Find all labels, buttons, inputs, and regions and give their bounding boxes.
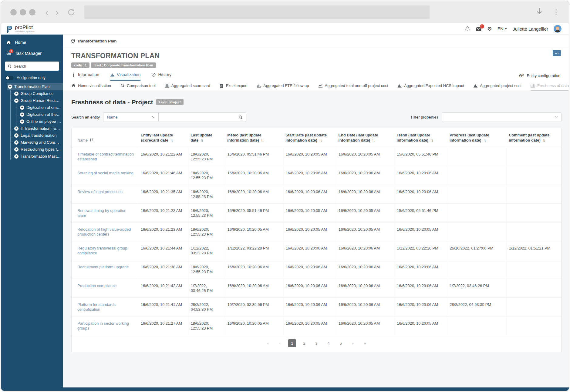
entity-link[interactable]: Timetable of contract termination establ… — [77, 152, 134, 161]
entity-search-input[interactable] — [162, 115, 238, 119]
expand-icon[interactable]: + — [20, 106, 24, 110]
subtab-aggregated-total-one-off-project-cost[interactable]: Aggregated total one-off project cost — [318, 81, 388, 91]
subtab-excel-export[interactable]: Excel export — [219, 81, 248, 91]
expand-icon[interactable]: + — [14, 140, 19, 145]
entity-link[interactable]: Review of legal processes — [77, 189, 123, 194]
entity-link[interactable]: Participation in sector working groups — [77, 321, 129, 330]
subtab-freshness-of-data-project[interactable]: Freshness of data - Project — [531, 81, 569, 91]
tree-item-it-transformation-road-to-20[interactable]: +IT transformation: road to 20... — [11, 125, 63, 132]
back-icon[interactable]: ‹ — [45, 8, 48, 17]
subtab-aggregated-fte-follow-up[interactable]: Aggregated FTE follow up — [257, 81, 309, 91]
sort-icon[interactable]: ↑↓ — [319, 138, 322, 142]
sidebar-search[interactable] — [5, 62, 59, 71]
page-1-button[interactable]: 1 — [288, 339, 296, 347]
tree-item-restructuring-types-for-firms[interactable]: +Restructuring types for firms — [11, 146, 63, 153]
expand-icon[interactable]: + — [14, 154, 19, 159]
tree-item-legal-transformation[interactable]: +Legal transformation — [11, 132, 63, 139]
entity-link[interactable]: Sourcing of social media ranking — [77, 171, 133, 175]
column-header-name[interactable]: Name — [72, 128, 138, 147]
sort-icon[interactable]: ↑↓ — [261, 138, 263, 142]
download-icon[interactable] — [536, 8, 543, 17]
tree-item-online-employee-training[interactable]: +Online employee training ... — [16, 118, 63, 125]
tab-visualization[interactable]: Visualization — [110, 72, 140, 81]
column-header-trend-last-update-information-date[interactable]: Trend (last update information date)↑↓ — [394, 128, 447, 147]
column-header-progress-last-update-information-date[interactable]: Progress (last update information date)↑… — [447, 128, 506, 147]
entity-link[interactable]: Production compliance — [77, 283, 116, 288]
subtab-aggregated-scorecard[interactable]: Aggregated scorecard — [165, 81, 210, 91]
entity-configuration-button[interactable]: ⚙⚙ Entity configuration — [519, 73, 560, 81]
search-icon[interactable] — [238, 115, 243, 119]
entity-link[interactable]: Renewal timing by operation team — [77, 208, 126, 218]
tab-history[interactable]: History — [151, 72, 171, 81]
entity-link[interactable]: Recruitment platform upgrade — [77, 265, 129, 269]
tree-item-transformation-master-plan[interactable]: +Transformation Master Plan -... — [11, 153, 63, 160]
tree-item-group-compliance[interactable]: +Group Compliance — [11, 90, 63, 97]
expand-icon[interactable]: + — [14, 92, 19, 96]
more-actions-button[interactable]: ••• — [553, 50, 561, 56]
app-logo[interactable]: proPilot — Powered by dFakto — [5, 25, 34, 33]
expand-icon[interactable]: + — [14, 126, 19, 131]
collapse-icon[interactable]: − — [8, 85, 12, 89]
subtab-aggregated-expected-ncs-impact[interactable]: Aggregated Expected NCS impact — [397, 81, 464, 91]
tree-item-marketing-and-communicati[interactable]: +Marketing and Communicati... — [11, 139, 63, 146]
messages-icon[interactable]: 1 — [476, 26, 482, 32]
assignation-toggle[interactable] — [5, 76, 14, 80]
table-row: Renewal timing by operation team16/6/202… — [72, 204, 561, 223]
collapse-icon[interactable]: − — [14, 99, 19, 103]
window-control-dot[interactable] — [20, 9, 26, 15]
entity-link[interactable]: Relocation of high value-added productio… — [77, 227, 131, 236]
tree-item-digitization-of-the-recruit[interactable]: +Digitization of the recruit... — [16, 111, 63, 118]
entity-link[interactable]: Regulatory transversal group compliance — [77, 246, 127, 255]
tree-item-digitization-of-employees[interactable]: +Digitization of employees ... — [16, 104, 63, 111]
first-page-button[interactable]: « — [264, 339, 272, 347]
browser-menu-icon[interactable]: ⋮ — [552, 8, 560, 16]
subtab-aggregated-project-cost[interactable]: Aggregated project cost — [473, 81, 521, 91]
sort-icon[interactable]: ↑↓ — [430, 138, 433, 142]
subtab-comparison-tool[interactable]: Comparison tool — [120, 81, 156, 91]
column-header-meteo-last-update-information-date[interactable]: Meteo (last update information date)↑↓ — [225, 128, 283, 147]
page-4-button[interactable]: 4 — [325, 339, 332, 347]
avatar[interactable] — [554, 25, 562, 33]
sidebar-item-task-manager[interactable]: 1 Task Manager — [1, 48, 63, 59]
column-header-comment-last-update-information-date[interactable]: Comment (last update information date)↑↓ — [506, 128, 561, 147]
entity-link[interactable]: Platform for standards centralization — [77, 302, 116, 312]
column-header-end-date-last-update-information-date[interactable]: End Date (last update information date)↑… — [336, 128, 394, 147]
column-header-entity-last-update-scorecard-date[interactable]: Entity last update scorecard date↑↓ — [138, 128, 188, 147]
expand-icon[interactable]: + — [14, 147, 19, 152]
notifications-bell-icon[interactable] — [465, 26, 470, 32]
breadcrumb-label[interactable]: Transformation Plan — [77, 39, 117, 43]
page-5-button[interactable]: 5 — [337, 339, 345, 347]
sort-icon[interactable]: ↑↓ — [542, 138, 545, 142]
subtab-home-visualisation[interactable]: Home visualisation — [71, 81, 111, 91]
window-control-dot[interactable] — [10, 9, 17, 15]
settings-gear-icon[interactable]: ⚙ — [487, 26, 492, 32]
tree-item-group-human-ressources[interactable]: −Group Human Ressources — [11, 97, 63, 104]
column-header-last-update-date[interactable]: Last update date↑↓ — [188, 128, 225, 147]
address-bar[interactable] — [84, 5, 430, 19]
sort-icon[interactable] — [89, 138, 93, 142]
language-selector[interactable]: EN ▼ — [497, 26, 507, 31]
forward-icon[interactable]: › — [56, 8, 59, 17]
sort-icon[interactable]: ↑↓ — [372, 138, 374, 142]
search-field-select[interactable]: Name — [103, 112, 159, 122]
sidebar-item-home[interactable]: Home — [1, 37, 63, 48]
tab-information[interactable]: Information — [71, 72, 99, 81]
window-control-dot[interactable] — [29, 9, 35, 15]
refresh-icon[interactable] — [67, 8, 75, 16]
page-2-button[interactable]: 2 — [300, 339, 308, 347]
search-input[interactable] — [14, 64, 53, 69]
expand-icon[interactable]: + — [20, 112, 24, 117]
page-3-button[interactable]: 3 — [312, 339, 320, 347]
sort-icon[interactable]: ↑↓ — [483, 138, 485, 142]
tree-node: +Legal transformation — [11, 132, 63, 139]
next-page-button[interactable]: › — [349, 339, 357, 347]
previous-page-button[interactable]: ‹ — [276, 339, 284, 347]
sort-icon[interactable]: ↑↓ — [200, 138, 203, 142]
sort-icon[interactable]: ↑↓ — [170, 138, 173, 142]
column-header-start-date-last-update-information-date[interactable]: Start Date (last update information date… — [283, 128, 336, 147]
last-page-button[interactable]: » — [361, 339, 369, 347]
expand-icon[interactable]: + — [20, 119, 24, 124]
tree-item-transformation-plan[interactable]: −Transformation Plan — [7, 83, 63, 90]
filter-properties-select[interactable] — [442, 112, 562, 122]
expand-icon[interactable]: + — [14, 133, 19, 138]
